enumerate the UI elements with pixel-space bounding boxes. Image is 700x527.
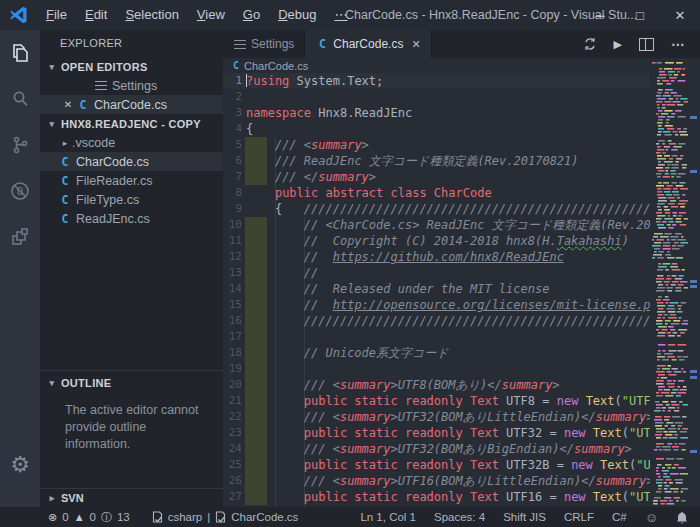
info-diagnostic-mark xyxy=(690,450,697,453)
token xyxy=(463,426,470,440)
info-diagnostic-mark xyxy=(690,116,697,119)
token: ////////////////////////////////////////… xyxy=(304,314,650,328)
line-number: 11 xyxy=(223,233,242,249)
debug-icon[interactable] xyxy=(0,168,40,214)
line-text: public static readonly Text UTF16 = new … xyxy=(246,489,650,505)
extensions-icon[interactable] xyxy=(0,214,40,260)
token: "UTF-32BE" xyxy=(636,458,650,472)
language-mode[interactable]: C# xyxy=(612,511,627,523)
csharp-icon xyxy=(58,174,72,188)
code-line-3: 3namespace Hnx8.ReadJEnc xyxy=(223,105,650,121)
tree-item-vscode[interactable]: ▸.vscode xyxy=(40,133,223,152)
line-number: 6 xyxy=(223,153,242,169)
token: </ xyxy=(487,378,501,392)
cursor-position[interactable]: Ln 1, Col 1 xyxy=(360,511,416,523)
tree-item-readjenc-cs[interactable]: ReadJEnc.cs xyxy=(40,209,223,228)
token xyxy=(246,298,304,312)
token: UTF32 xyxy=(499,426,550,440)
maximize-button[interactable]: □ xyxy=(620,0,660,30)
menu-edit[interactable]: Edit xyxy=(76,0,116,30)
line-number: 15 xyxy=(223,297,242,313)
feedback-smiley-icon[interactable]: ☺ xyxy=(645,510,658,525)
run-icon[interactable]: ▶ xyxy=(614,38,622,51)
settings-gear-icon[interactable]: ⚙ xyxy=(0,445,40,485)
split-editor-icon[interactable] xyxy=(639,38,654,51)
overview-ruler[interactable] xyxy=(688,58,700,507)
token xyxy=(246,138,275,152)
token xyxy=(246,234,304,248)
sync-icon[interactable] xyxy=(583,37,597,51)
code-area[interactable]: 1?using System.Text;23namespace Hnx8.Rea… xyxy=(223,73,650,507)
line-number: 20 xyxy=(223,377,242,393)
outline-header[interactable]: ▾ OUTLINE xyxy=(40,373,223,392)
token: > xyxy=(362,138,369,152)
section-folder[interactable]: ▾ HNX8.READJENC - COPY xyxy=(40,114,223,133)
indentation[interactable]: Spaces: 4 xyxy=(434,511,485,523)
scm-status[interactable]: csharp | CharCode.cs xyxy=(152,511,299,523)
token: summary xyxy=(318,170,369,184)
encoding[interactable]: Shift JIS xyxy=(503,511,546,523)
tree-item-filereader-cs[interactable]: FileReader.cs xyxy=(40,171,223,190)
line-number: 26 xyxy=(223,473,242,489)
line-number: 19 xyxy=(223,361,242,377)
token: ( xyxy=(622,426,629,440)
token: // xyxy=(304,298,333,312)
code-line-9: 9 { ////////////////////////////////////… xyxy=(223,201,650,217)
menu-go[interactable]: Go xyxy=(234,0,269,30)
token: /// < xyxy=(275,138,311,152)
code-line-1: 1?using System.Text; xyxy=(223,73,650,89)
token: summary xyxy=(311,138,362,152)
token: /// </ xyxy=(275,170,318,184)
eol[interactable]: CRLF xyxy=(564,511,594,523)
minimize-button[interactable]: ─ xyxy=(580,0,620,30)
code-line-20: 20 /// <summary>UTF8(BOMあり)</summary> xyxy=(223,377,650,393)
breadcrumb[interactable]: CharCode.cs xyxy=(223,58,700,73)
menu-selection[interactable]: Selection xyxy=(116,0,187,30)
tab-charcode[interactable]: CharCode.cs ✕ xyxy=(305,30,431,58)
section-label: OUTLINE xyxy=(61,377,111,389)
explorer-icon[interactable] xyxy=(0,30,40,76)
token xyxy=(246,394,304,408)
more-actions-icon[interactable]: ⋯ xyxy=(671,36,686,52)
notifications-bell-icon[interactable] xyxy=(676,511,688,524)
line-number: 17 xyxy=(223,329,242,345)
tab-bar: Settings CharCode.cs ✕ ▶ ⋯ xyxy=(223,30,700,58)
line-number: 7 xyxy=(223,169,242,185)
section-open-editors[interactable]: ▾ OPEN EDITORS xyxy=(40,57,223,76)
line-number: 9 xyxy=(223,201,242,217)
open-editor-settings[interactable]: Settings xyxy=(40,76,223,95)
menu-view[interactable]: View xyxy=(188,0,234,30)
open-editor-charcode-cs[interactable]: ✕CharCode.cs xyxy=(40,95,223,114)
section-svn[interactable]: ▸ SVN xyxy=(40,488,223,507)
tab-settings[interactable]: Settings xyxy=(223,30,305,58)
info-diagnostic-mark xyxy=(690,376,697,379)
breadcrumb-file: CharCode.cs xyxy=(244,60,308,72)
line-text: // http://opensource.org/licenses/mit-li… xyxy=(246,297,650,313)
tree-item-charcode-cs[interactable]: CharCode.cs xyxy=(40,152,223,171)
section-label: SVN xyxy=(61,492,84,504)
line-text: public static readonly Text UTF32 = new … xyxy=(246,425,650,441)
menu-debug[interactable]: Debug xyxy=(269,0,325,30)
problems-status[interactable]: ⊗ 0 ▲ 0 ⓘ 13 xyxy=(0,510,130,525)
search-icon[interactable] xyxy=(0,76,40,122)
tab-label: CharCode.cs xyxy=(333,37,403,51)
text-cursor xyxy=(246,74,247,87)
code-line-22: 22 /// <summary>UTF32(BOMありLittleEndian)… xyxy=(223,409,650,425)
close-icon[interactable]: ✕ xyxy=(60,99,76,110)
chevron-expanded-icon: ▾ xyxy=(45,119,59,129)
token: { xyxy=(246,202,304,216)
close-window-button[interactable]: ✕ xyxy=(660,0,700,30)
token xyxy=(246,314,304,328)
line-text: /// </summary> xyxy=(246,169,376,185)
token: UTF8(BOMあり) xyxy=(398,378,488,392)
token: Text xyxy=(470,426,499,440)
token xyxy=(246,186,275,200)
line-text: /// <summary>UTF16(BOMありLittleEndian)</s… xyxy=(246,473,650,489)
menu-file[interactable]: File xyxy=(37,0,76,30)
token: // xyxy=(304,266,318,280)
minimap[interactable] xyxy=(650,58,688,507)
source-control-icon[interactable] xyxy=(0,122,40,168)
code-line-11: 11 // Copyright (C) 2014-2018 hnx8(H.Tak… xyxy=(223,233,650,249)
tree-item-filetype-cs[interactable]: FileType.cs xyxy=(40,190,223,209)
close-tab-icon[interactable]: ✕ xyxy=(411,38,420,51)
